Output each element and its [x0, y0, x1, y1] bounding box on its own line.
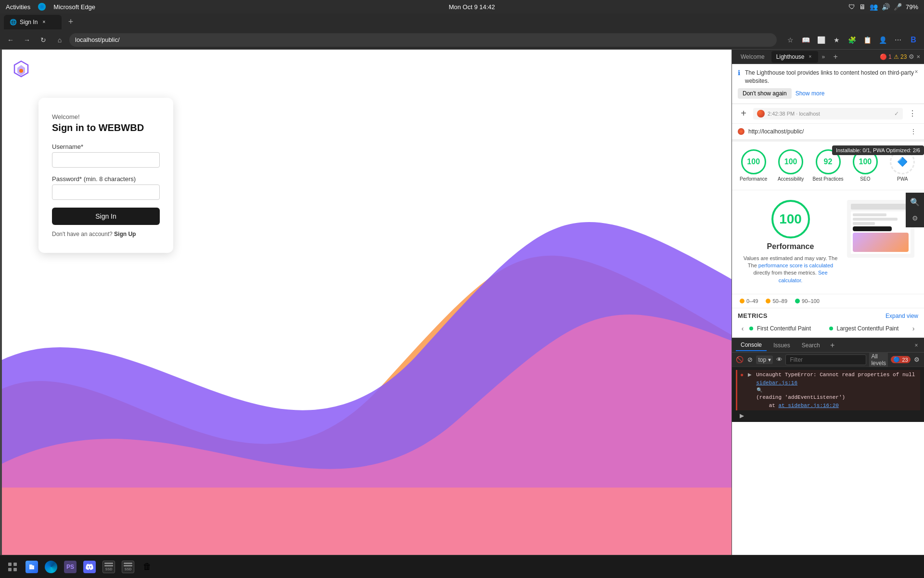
performance-big-circle: 100: [771, 200, 810, 238]
discord-icon: [83, 561, 96, 573]
legend-poor: 0–49: [740, 298, 758, 304]
console-settings-button[interactable]: ⚙: [913, 355, 920, 365]
console-add-tab-button[interactable]: +: [827, 340, 838, 351]
url-text: http://localhost/public/: [748, 128, 905, 135]
metrics-header: METRICS Expand view: [738, 312, 918, 319]
devtools-panel: Welcome Lighthouse × » + 🔴 1 ⚠ 23 ⚙ ×: [732, 50, 924, 555]
url-row: http://localhost/public/ ⋮: [732, 124, 924, 140]
score-accessibility[interactable]: 100 Accessibility: [773, 149, 808, 182]
refresh-button[interactable]: ↻: [37, 33, 50, 47]
show-apps-button[interactable]: [4, 558, 21, 576]
address-bar[interactable]: localhost/public/: [69, 33, 777, 47]
resize-handle[interactable]: [0, 50, 2, 555]
split-screen-button[interactable]: ⬜: [814, 33, 828, 47]
menu-button[interactable]: ⋯: [891, 33, 905, 47]
active-tab[interactable]: 🌐 Sign In ×: [4, 15, 62, 29]
lighthouse-notification: ℹ The Lighthouse tool provides links to …: [732, 64, 924, 104]
console-tab-console[interactable]: Console: [736, 340, 767, 351]
dont-show-again-button[interactable]: Don't show again: [738, 88, 792, 99]
pwa-label: PWA: [897, 176, 908, 182]
devtools-tab-lighthouse[interactable]: Lighthouse ×: [771, 51, 818, 63]
expand-view-button[interactable]: Expand view: [886, 313, 918, 319]
screen-icon: 🖥: [859, 3, 866, 11]
score-performance[interactable]: 100 Performance: [736, 149, 771, 182]
performance-score-link[interactable]: performance score is calculated: [758, 263, 833, 268]
search-side-button[interactable]: 🔍: [909, 196, 921, 208]
devtools-settings-button[interactable]: ⚙: [909, 53, 914, 60]
console-clear-button[interactable]: 🚫: [736, 355, 744, 365]
taskbar-ssd1[interactable]: SSD: [100, 558, 117, 576]
username-input[interactable]: [52, 152, 160, 168]
show-more-button[interactable]: Show more: [796, 90, 825, 97]
taskbar-trash[interactable]: 🗑: [139, 558, 156, 576]
metrics-scroll-left-button[interactable]: ‹: [738, 324, 747, 333]
error-source-link[interactable]: sidebar.js:16: [756, 380, 797, 386]
error-expand-toggle[interactable]: ▶: [740, 412, 744, 419]
back-button[interactable]: ←: [4, 33, 17, 47]
console-tab-search[interactable]: Search: [797, 340, 825, 351]
taskbar-files[interactable]: [23, 558, 40, 576]
lighthouse-tab-label: Lighthouse: [776, 53, 805, 60]
fcp-dot: [749, 327, 753, 330]
tab-close-button[interactable]: ×: [40, 19, 47, 26]
error-icon: ●: [740, 371, 744, 378]
welcome-tab-label: Welcome: [741, 53, 765, 60]
metrics-scroll-right-button[interactable]: ›: [909, 324, 918, 333]
address-bar-row: ← → ↻ ⌂ localhost/public/ ☆ 📖 ⬜ ★ 🧩 📋 👤 …: [0, 30, 924, 50]
edit-url-icon[interactable]: ✓: [894, 110, 899, 117]
taskbar-edge[interactable]: [42, 558, 60, 576]
welcome-text: Welcome!: [52, 113, 160, 120]
url-more-button[interactable]: ⋮: [909, 127, 918, 136]
files-icon: [26, 561, 38, 573]
error-expand-button[interactable]: ▶: [746, 371, 753, 378]
console-filter-icon[interactable]: ⊘: [746, 355, 753, 365]
error-at-link[interactable]: at sidebar.js:16:20: [778, 403, 838, 408]
new-tab-button[interactable]: +: [65, 17, 76, 27]
console-level-selector[interactable]: All levels: [869, 352, 888, 368]
lcp-label: Largest Contentful Paint: [837, 325, 907, 332]
forward-button[interactable]: →: [20, 33, 34, 47]
collections-button[interactable]: 📋: [860, 33, 874, 47]
devtools-close-button[interactable]: ×: [916, 53, 920, 60]
console-eye-button[interactable]: 👁: [776, 355, 783, 365]
profile-button[interactable]: 👤: [876, 33, 889, 47]
edge-button[interactable]: B: [907, 33, 920, 47]
console-tab-issues[interactable]: Issues: [769, 340, 795, 351]
legend-ni-dot: [766, 299, 770, 303]
legend-poor-dot: [740, 299, 744, 303]
console-context-selector[interactable]: top ▾: [756, 355, 773, 364]
screenshot-line-3: [853, 222, 875, 225]
console-close-button-container: ×: [912, 342, 920, 349]
password-input[interactable]: [52, 184, 160, 200]
devtools-tab-overflow[interactable]: »: [820, 53, 827, 60]
devtools-tab-welcome[interactable]: Welcome: [736, 51, 770, 63]
signin-button[interactable]: Sign In: [52, 208, 160, 225]
add-audit-button[interactable]: +: [738, 108, 749, 119]
settings-side-button[interactable]: ⚙: [909, 212, 921, 224]
error-content: Uncaught TypeError: Cannot read properti…: [756, 371, 920, 409]
performance-left: 100 Performance Values are estimated and…: [742, 200, 839, 285]
console-close-button[interactable]: ×: [912, 342, 920, 349]
favorites-bar-button[interactable]: ★: [830, 33, 843, 47]
more-options-button[interactable]: ⋮: [907, 108, 918, 119]
activities-button[interactable]: Activities: [6, 3, 30, 11]
notification-close-button[interactable]: ×: [912, 68, 920, 76]
signin-title: Sign in to WEBWBD: [52, 122, 160, 133]
metric-row-2: Largest Contentful Paint: [829, 323, 907, 334]
error-search-icon[interactable]: 🔍: [756, 387, 763, 394]
taskbar-ssd2[interactable]: SSD: [119, 558, 137, 576]
url-favicon: [757, 110, 765, 118]
signup-link[interactable]: Sign Up: [114, 231, 136, 237]
console-output: ● ▶ Uncaught TypeError: Cannot read prop…: [732, 367, 924, 422]
favorites-button[interactable]: ☆: [783, 33, 797, 47]
console-filter-input[interactable]: [785, 355, 866, 365]
edge-icon: [38, 3, 46, 11]
taskbar-phpstorm[interactable]: PS: [62, 558, 79, 576]
home-button[interactable]: ⌂: [53, 33, 66, 47]
taskbar-discord[interactable]: [81, 558, 98, 576]
lighthouse-tab-close[interactable]: ×: [808, 54, 813, 60]
devtools-tab-add[interactable]: +: [830, 51, 841, 63]
trash-icon: 🗑: [141, 561, 154, 573]
reading-view-button[interactable]: 📖: [799, 33, 812, 47]
extensions-button[interactable]: 🧩: [845, 33, 859, 47]
